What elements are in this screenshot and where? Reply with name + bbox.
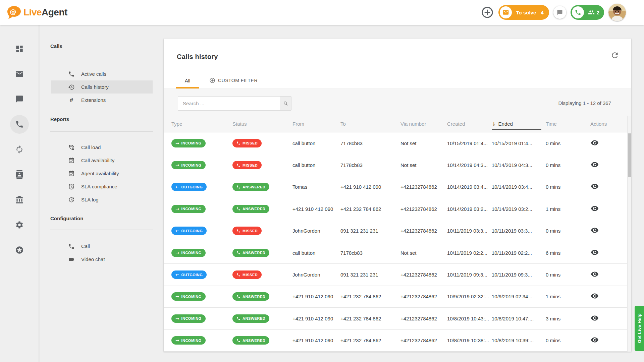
ended-cell: 10/15/2019 01:4... xyxy=(492,140,546,146)
table-toolbar: Displaying 1 - 12 of 367 xyxy=(164,89,631,116)
via-number-cell: +421232784862 xyxy=(400,272,447,278)
eye-icon xyxy=(591,182,599,190)
table-row: →INCOMING ANSWERED +421 910 412 090 +421… xyxy=(164,330,631,352)
phone-icon xyxy=(236,229,240,233)
calendar-check-icon xyxy=(68,157,75,164)
tab-all[interactable]: All xyxy=(176,78,199,88)
view-call-button[interactable] xyxy=(590,336,599,345)
search-button[interactable] xyxy=(280,96,291,111)
col-via-number[interactable]: Via number xyxy=(400,121,447,127)
user-avatar[interactable] xyxy=(608,4,626,21)
active-tab-underline xyxy=(176,87,199,88)
type-cell: →INCOMING xyxy=(171,139,232,147)
time-cell: 1 mins xyxy=(546,206,590,212)
sidebar-item-call-load[interactable]: Call load xyxy=(51,141,153,154)
col-type[interactable]: Type xyxy=(171,121,232,127)
type-cell: →INCOMING xyxy=(171,249,232,257)
col-ended-sorted[interactable]: ↓ Ended xyxy=(492,116,546,132)
app-shell: Calls Active calls Calls history # Exten… xyxy=(0,25,644,362)
status-cell: ANSWERED xyxy=(232,336,292,345)
phone-circle xyxy=(572,6,584,18)
sidebar-item-video-chat[interactable]: Video chat xyxy=(51,253,153,266)
sidebar-item-sla-log[interactable]: SLA log xyxy=(51,193,153,206)
rail-item-mail[interactable] xyxy=(10,65,29,83)
calls-online-button[interactable]: 2 xyxy=(571,5,604,20)
chats-button[interactable] xyxy=(553,6,566,19)
content-area: Calls history All CUSTOM FILTER xyxy=(153,25,644,362)
arrow-right-icon: → xyxy=(175,141,179,145)
view-call-button[interactable] xyxy=(590,292,599,301)
from-cell: Tomas xyxy=(292,184,340,190)
col-to[interactable]: To xyxy=(340,121,400,127)
via-number-cell: +421232784862 xyxy=(400,294,447,299)
rail-item-gear[interactable] xyxy=(10,216,29,234)
sidebar-item-active-calls[interactable]: Active calls xyxy=(51,67,153,80)
created-cell: 10/9/2019 02:32:... xyxy=(447,294,492,299)
from-cell: JohnGordon xyxy=(292,228,340,234)
refresh-icon xyxy=(610,51,619,60)
view-call-button[interactable] xyxy=(590,226,599,235)
type-badge: →INCOMING xyxy=(171,249,206,257)
created-cell: 10/8/2019 10:43:... xyxy=(447,316,492,321)
eye-icon xyxy=(591,336,599,344)
displaying-range: Displaying 1 - 12 of 367 xyxy=(558,100,611,106)
col-time[interactable]: Time xyxy=(546,121,590,127)
created-cell: 10/14/2019 03:4... xyxy=(447,184,492,190)
type-cell: →INCOMING xyxy=(171,292,232,301)
rail-item-chat[interactable] xyxy=(10,90,29,109)
col-from[interactable]: From xyxy=(292,121,340,127)
rail-item-sync[interactable] xyxy=(10,140,29,159)
view-call-button[interactable] xyxy=(590,139,599,147)
view-call-button[interactable] xyxy=(590,270,599,279)
view-call-button[interactable] xyxy=(590,161,599,169)
view-call-button[interactable] xyxy=(590,314,599,323)
via-number-cell: Not set xyxy=(400,162,447,168)
agents-online-count: 2 xyxy=(597,10,599,15)
calls-history-card: Calls history All CUSTOM FILTER xyxy=(164,39,631,352)
table-scrollbar[interactable] xyxy=(627,116,631,352)
get-live-help-tab[interactable]: Get Live Help xyxy=(635,306,644,351)
sidebar-item-sla-compliance[interactable]: SLA compliance xyxy=(51,180,153,193)
created-cell: 10/8/2019 10:38:... xyxy=(447,338,492,343)
eye-icon xyxy=(591,314,599,322)
col-status[interactable]: Status xyxy=(232,121,292,127)
tab-custom-filter[interactable]: CUSTOM FILTER xyxy=(209,77,258,88)
tab-all-label: All xyxy=(185,78,191,83)
status-cell: MISSED xyxy=(232,139,292,147)
status-cell: ANSWERED xyxy=(232,183,292,191)
sidebar-section-heading: Reports xyxy=(50,116,153,122)
view-call-button[interactable] xyxy=(590,204,599,213)
rail-item-contacts[interactable] xyxy=(10,165,29,184)
view-call-button[interactable] xyxy=(590,182,599,191)
eye-icon xyxy=(591,139,599,147)
time-cell: 0 mins xyxy=(546,162,590,168)
sidebar-item-extensions[interactable]: # Extensions xyxy=(51,94,153,107)
view-call-button[interactable] xyxy=(590,248,599,257)
type-badge: →INCOMING xyxy=(171,314,206,323)
type-badge: →INCOMING xyxy=(171,205,206,213)
arrow-right-icon: → xyxy=(175,294,179,299)
sidebar-item-calls-history[interactable]: Calls history xyxy=(51,80,153,94)
sidebar-section-heading: Calls xyxy=(50,43,153,49)
from-cell: +421 910 412 090 xyxy=(292,206,340,212)
type-cell: ←OUTGOING xyxy=(171,227,232,235)
via-number-cell: +421232784862 xyxy=(400,206,447,212)
col-created[interactable]: Created xyxy=(447,121,492,127)
add-new-button[interactable] xyxy=(481,6,494,19)
rail-item-bank[interactable] xyxy=(10,190,29,209)
rail-item-star-circle[interactable] xyxy=(10,241,29,259)
sidebar-item-agent-availability[interactable]: Agent availability xyxy=(51,167,153,180)
sidebar-item-call-availability[interactable]: Call availability xyxy=(51,154,153,167)
search-input[interactable] xyxy=(178,96,280,111)
scrollbar-thumb[interactable] xyxy=(628,133,631,177)
rail-item-phone[interactable] xyxy=(10,115,29,134)
phone-icon xyxy=(236,339,240,343)
time-cell: 0 mins xyxy=(546,184,590,190)
phone-icon xyxy=(575,9,581,16)
svg-text:@: @ xyxy=(10,8,16,16)
to-solve-button[interactable]: To solve 4 xyxy=(498,5,549,20)
sidebar-item-call[interactable]: Call xyxy=(51,240,153,253)
rail-item-dashboard[interactable] xyxy=(10,40,29,58)
refresh-button[interactable] xyxy=(610,51,619,60)
time-cell: 1 mins xyxy=(546,294,590,299)
